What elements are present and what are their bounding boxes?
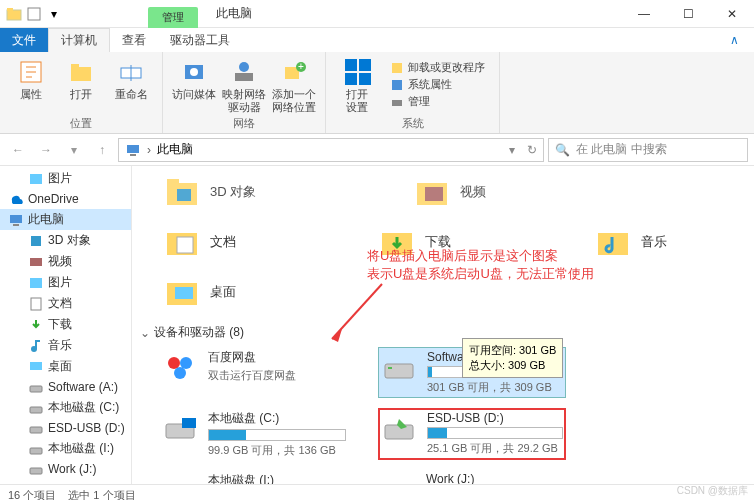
sidebar-item[interactable]: Work (J:) bbox=[0, 459, 131, 479]
svg-rect-25 bbox=[10, 215, 22, 223]
baidu-netdisk[interactable]: 百度网盘双击运行百度网盘 bbox=[160, 347, 348, 398]
folder-music[interactable]: 音乐 bbox=[591, 220, 746, 264]
nav-tree[interactable]: 图片OneDrive此电脑3D 对象视频图片文档下载音乐桌面Software (… bbox=[0, 166, 132, 484]
sidebar-item[interactable]: 文档 bbox=[0, 293, 131, 314]
ribbon-group-network: 网络 bbox=[171, 114, 317, 131]
svg-point-53 bbox=[168, 357, 180, 369]
svg-rect-28 bbox=[30, 258, 42, 266]
svg-rect-20 bbox=[392, 80, 402, 90]
svg-rect-2 bbox=[28, 8, 40, 20]
svg-rect-60 bbox=[385, 425, 413, 439]
search-input[interactable]: 🔍 在 此电脑 中搜索 bbox=[548, 138, 748, 162]
ribbon-group-location: 位置 bbox=[8, 114, 154, 131]
breadcrumb[interactable]: 此电脑 bbox=[157, 141, 193, 158]
minimize-button[interactable]: — bbox=[622, 1, 666, 27]
sidebar-item[interactable]: Software (A:) bbox=[0, 377, 131, 397]
sidebar-item[interactable]: 此电脑 bbox=[0, 209, 131, 230]
svg-rect-59 bbox=[182, 418, 196, 428]
sidebar-item[interactable]: 音乐 bbox=[0, 335, 131, 356]
window-title: 此电脑 bbox=[216, 5, 252, 22]
access-media-button[interactable]: 访问媒体 bbox=[171, 56, 217, 114]
svg-rect-22 bbox=[127, 145, 139, 153]
sidebar-item[interactable]: 视频 bbox=[0, 251, 131, 272]
sidebar-item[interactable]: 图片 bbox=[0, 272, 131, 293]
svg-text:+: + bbox=[298, 61, 304, 72]
system-props-button[interactable]: 系统属性 bbox=[390, 77, 485, 92]
close-button[interactable]: ✕ bbox=[710, 1, 754, 27]
svg-rect-26 bbox=[13, 224, 19, 226]
svg-rect-33 bbox=[30, 386, 42, 392]
sidebar-item[interactable]: OneDrive bbox=[0, 189, 131, 209]
svg-rect-32 bbox=[30, 362, 42, 370]
checkbox-icon[interactable] bbox=[26, 6, 42, 22]
search-icon: 🔍 bbox=[555, 143, 570, 157]
forward-button[interactable]: → bbox=[34, 138, 58, 162]
drive-local-i[interactable]: 本地磁盘 (I:)296 MB 可用，共 203 GB bbox=[160, 470, 348, 484]
titlebar: ▾ 管理 此电脑 — ☐ ✕ bbox=[0, 0, 754, 28]
sidebar-item[interactable]: 本地磁盘 (C:) bbox=[0, 397, 131, 418]
pc-icon bbox=[125, 142, 141, 158]
sidebar-item[interactable]: 桌面 bbox=[0, 356, 131, 377]
sidebar-item[interactable]: 本地磁盘 (I:) bbox=[0, 438, 131, 459]
svg-rect-15 bbox=[345, 59, 357, 71]
svg-rect-50 bbox=[175, 287, 193, 299]
svg-rect-21 bbox=[392, 100, 402, 106]
svg-rect-0 bbox=[7, 10, 21, 20]
open-settings-button[interactable]: 打开 设置 bbox=[334, 56, 380, 114]
svg-rect-1 bbox=[7, 8, 13, 11]
up-button[interactable]: ↑ bbox=[90, 138, 114, 162]
address-input[interactable]: › 此电脑 ▾ ↻ bbox=[118, 138, 544, 162]
refresh-button[interactable]: ↻ bbox=[527, 143, 537, 157]
manage-button[interactable]: 管理 bbox=[390, 94, 485, 109]
folder-video[interactable]: 视频 bbox=[410, 170, 570, 214]
section-drives[interactable]: ⌄设备和驱动器 (8) bbox=[140, 324, 746, 341]
properties-label: 属性 bbox=[20, 88, 42, 101]
svg-rect-24 bbox=[30, 174, 42, 184]
drive-tooltip: 可用空间: 301 GB 总大小: 309 GB bbox=[462, 338, 563, 378]
maximize-button[interactable]: ☐ bbox=[666, 1, 710, 27]
item-count: 16 个项目 bbox=[8, 488, 56, 500]
drive-local-c[interactable]: 本地磁盘 (C:)99.9 GB 可用，共 136 GB bbox=[160, 408, 348, 460]
sidebar-item[interactable]: 图片 bbox=[0, 168, 131, 189]
collapse-ribbon-button[interactable]: ∧ bbox=[714, 28, 754, 52]
sidebar-item[interactable]: ESD-USB (D:) bbox=[0, 418, 131, 438]
rename-button[interactable]: 重命名 bbox=[108, 56, 154, 114]
back-button[interactable]: ← bbox=[6, 138, 30, 162]
svg-rect-41 bbox=[167, 179, 179, 185]
svg-rect-18 bbox=[359, 73, 371, 85]
sidebar-item[interactable]: 下载 bbox=[0, 314, 131, 335]
folder-docs[interactable]: 文档 bbox=[160, 220, 315, 264]
settings-label: 打开 设置 bbox=[346, 88, 368, 114]
access-media-label: 访问媒体 bbox=[172, 88, 216, 101]
svg-rect-17 bbox=[345, 73, 357, 85]
recent-button[interactable]: ▾ bbox=[62, 138, 86, 162]
tab-drive-tools[interactable]: 驱动器工具 bbox=[158, 28, 242, 52]
svg-rect-5 bbox=[71, 64, 79, 68]
svg-rect-57 bbox=[388, 367, 392, 369]
svg-rect-27 bbox=[31, 236, 41, 246]
sidebar-item[interactable]: 3D 对象 bbox=[0, 230, 131, 251]
svg-rect-56 bbox=[385, 364, 413, 378]
svg-rect-10 bbox=[235, 73, 253, 81]
menubar: 文件 计算机 查看 驱动器工具 ∧ bbox=[0, 28, 754, 52]
folder-3d[interactable]: 3D 对象 bbox=[160, 170, 320, 214]
svg-rect-42 bbox=[177, 189, 191, 201]
drive-esd-usb-d[interactable]: ESD-USB (D:)25.1 GB 可用，共 29.2 GB bbox=[378, 408, 566, 460]
add-network-button[interactable]: +添加一个 网络位置 bbox=[271, 56, 317, 114]
drive-work-j[interactable]: Work (J:)296 MB 可用，共 805 MB bbox=[378, 470, 566, 484]
tab-view[interactable]: 查看 bbox=[110, 28, 158, 52]
map-drive-button[interactable]: 映射网络 驱动器 bbox=[221, 56, 267, 114]
annotation-text: 将U盘插入电脑后显示是这个图案 表示U盘是系统启动U盘，无法正常使用 bbox=[367, 247, 594, 283]
svg-rect-46 bbox=[177, 237, 193, 253]
sidebar-item[interactable]: Study (K:) bbox=[0, 479, 131, 484]
svg-point-11 bbox=[239, 62, 249, 72]
divider-icon: ▾ bbox=[46, 6, 62, 22]
properties-button[interactable]: 属性 bbox=[8, 56, 54, 114]
content-pane: 3D 对象 视频 文档 下载 音乐 桌面 将U盘插入电脑后显示是这个图案 表示U… bbox=[132, 166, 754, 484]
file-tab[interactable]: 文件 bbox=[0, 28, 48, 52]
uninstall-button[interactable]: 卸载或更改程序 bbox=[390, 60, 485, 75]
context-tab-manage[interactable]: 管理 bbox=[148, 7, 198, 28]
folder-desktop[interactable]: 桌面 bbox=[160, 270, 320, 314]
open-button[interactable]: 打开 bbox=[58, 56, 104, 114]
tab-computer[interactable]: 计算机 bbox=[48, 28, 110, 52]
